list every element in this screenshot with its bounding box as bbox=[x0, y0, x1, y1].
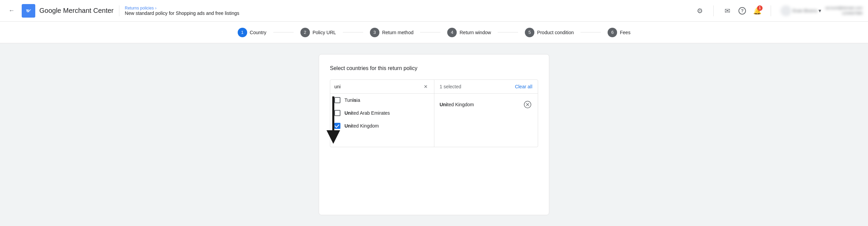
remove-icon bbox=[524, 101, 531, 108]
clear-search-icon: × bbox=[424, 83, 428, 90]
topbar-right-divider bbox=[713, 5, 714, 16]
notification-badge: 1 bbox=[757, 5, 763, 11]
clear-all-button[interactable]: Clear all bbox=[515, 84, 532, 89]
back-icon: ← bbox=[8, 7, 15, 14]
breadcrumb-chevron: › bbox=[155, 6, 156, 10]
step-label-return-method: Return method bbox=[382, 30, 414, 35]
checkbox-tunisia bbox=[334, 97, 340, 103]
step-circle-4: 4 bbox=[447, 28, 457, 37]
step-circle-5: 5 bbox=[525, 28, 534, 37]
step-sep-3 bbox=[420, 32, 440, 32]
back-button[interactable]: ← bbox=[5, 5, 18, 17]
selected-header: 1 selected Clear all bbox=[434, 80, 538, 94]
checkbox-uk bbox=[334, 123, 340, 129]
user-id: 1234567890 bbox=[825, 11, 863, 16]
step-sep-1 bbox=[273, 32, 294, 32]
step-item-policy-url[interactable]: 2 Policy URL bbox=[294, 22, 343, 43]
avatar bbox=[781, 5, 791, 16]
app-logo: G bbox=[22, 4, 35, 18]
step-label-policy-url: Policy URL bbox=[313, 30, 336, 35]
user-email: account@domain.com bbox=[825, 5, 863, 10]
selected-list: United Kingdom bbox=[434, 94, 538, 147]
step-item-return-method[interactable]: 3 Return method bbox=[363, 22, 420, 43]
card: Select countries for this return policy … bbox=[319, 54, 549, 215]
help-button[interactable]: ? bbox=[735, 4, 749, 18]
right-panel: 1 selected Clear all United Kingdom bbox=[434, 80, 538, 147]
steps-container: 1 Country 2 Policy URL 3 Return method 4… bbox=[231, 22, 637, 43]
selected-item: United Kingdom bbox=[434, 96, 538, 113]
remove-uk-button[interactable] bbox=[523, 100, 532, 109]
step-label-country: Country bbox=[250, 30, 267, 35]
country-name-uae: United Arab Emirates bbox=[344, 110, 390, 116]
user-info: account@domain.com 1234567890 bbox=[825, 5, 863, 16]
step-item-fees[interactable]: 6 Fees bbox=[601, 22, 637, 43]
breadcrumb-label: Returns policies bbox=[125, 6, 154, 10]
step-label-product-condition: Product condition bbox=[537, 30, 574, 35]
card-title: Select countries for this return policy bbox=[330, 65, 538, 71]
page-subtitle: New standard policy for Shopping ads and… bbox=[125, 10, 239, 16]
step-sep-5 bbox=[580, 32, 601, 32]
svg-text:G: G bbox=[26, 9, 29, 13]
checkbox-uae bbox=[334, 110, 340, 116]
account-name: Evan Bivens bbox=[793, 8, 817, 13]
topbar-right-divider2 bbox=[771, 5, 771, 16]
step-item-country[interactable]: 1 Country bbox=[231, 22, 273, 43]
left-panel: × Tunisia United Ara bbox=[330, 80, 434, 147]
step-circle-2: 2 bbox=[300, 28, 310, 37]
country-name-tunisia: Tunisia bbox=[344, 97, 360, 103]
step-item-return-window[interactable]: 4 Return window bbox=[440, 22, 498, 43]
step-circle-3: 3 bbox=[370, 28, 379, 37]
step-circle-6: 6 bbox=[608, 28, 617, 37]
mail-button[interactable]: ✉ bbox=[721, 4, 734, 18]
step-sep-4 bbox=[498, 32, 518, 32]
chevron-down-icon: ▾ bbox=[818, 7, 821, 14]
steps-bar: 1 Country 2 Policy URL 3 Return method 4… bbox=[0, 22, 868, 43]
selected-count: 1 selected bbox=[440, 84, 461, 89]
list-item[interactable]: Tunisia bbox=[330, 94, 434, 107]
notification-button[interactable]: 🔔 1 bbox=[750, 4, 764, 18]
search-input[interactable] bbox=[334, 84, 419, 89]
step-item-product-condition[interactable]: 5 Product condition bbox=[518, 22, 580, 43]
account-selector[interactable]: Evan Bivens ▾ bbox=[778, 4, 824, 18]
step-sep-2 bbox=[343, 32, 363, 32]
step-label-return-window: Return window bbox=[459, 30, 491, 35]
breadcrumb[interactable]: Returns policies › bbox=[125, 6, 239, 10]
list-item[interactable]: United Kingdom bbox=[330, 119, 434, 132]
list-item[interactable]: United Arab Emirates bbox=[330, 107, 434, 119]
step-label-fees: Fees bbox=[620, 30, 630, 35]
settings-button[interactable]: ⚙ bbox=[693, 4, 707, 18]
topbar-divider bbox=[119, 5, 119, 16]
clear-search-button[interactable]: × bbox=[422, 83, 430, 91]
app-title: Google Merchant Center bbox=[39, 7, 114, 15]
main-content: Select countries for this return policy … bbox=[0, 43, 868, 226]
topbar: ← G Google Merchant Center Returns polic… bbox=[0, 0, 868, 22]
mail-icon: ✉ bbox=[725, 7, 730, 15]
country-selector: × Tunisia United Ara bbox=[330, 80, 538, 147]
breadcrumb-area: Returns policies › New standard policy f… bbox=[125, 6, 239, 16]
selected-country-name: United Kingdom bbox=[440, 102, 474, 107]
settings-icon: ⚙ bbox=[697, 7, 703, 15]
country-list: Tunisia United Arab Emirates bbox=[330, 94, 434, 147]
step-circle-1: 1 bbox=[238, 28, 247, 37]
search-row: × bbox=[330, 80, 434, 94]
topbar-left: ← G Google Merchant Center bbox=[5, 4, 114, 18]
help-icon: ? bbox=[738, 7, 746, 15]
country-name-uk: United Kingdom bbox=[344, 123, 379, 129]
topbar-right: ⚙ ✉ ? 🔔 1 Evan Bivens ▾ account@domain.c… bbox=[693, 4, 863, 18]
